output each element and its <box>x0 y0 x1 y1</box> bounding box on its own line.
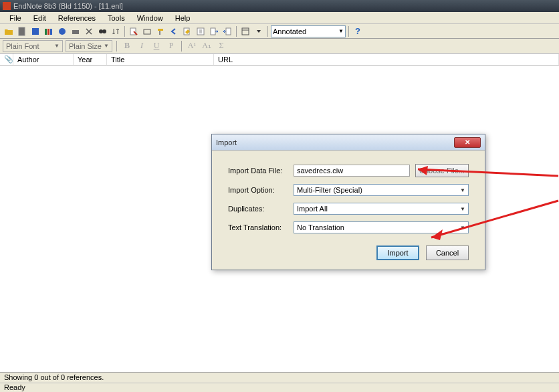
svg-rect-9 <box>130 28 136 35</box>
import-button[interactable]: Import <box>376 246 419 260</box>
help-icon[interactable]: ? <box>352 25 364 37</box>
window-title: EndNote 8b3 (Bld 1150) - [11.enl] <box>13 2 123 10</box>
column-headers: 📎 Author Year Title URL <box>0 54 559 66</box>
superscript-button[interactable]: A¹ <box>186 40 198 52</box>
col-attachment[interactable]: 📎 <box>0 54 13 65</box>
col-year[interactable]: Year <box>74 54 107 65</box>
import-dialog: Import ✕ Import Data File: savedrecs.ciw… <box>211 134 485 270</box>
svg-rect-13 <box>211 28 215 35</box>
italic-button[interactable]: I <box>136 40 148 52</box>
dialog-titlebar[interactable]: Import ✕ <box>212 134 485 151</box>
goto-icon[interactable] <box>128 25 140 37</box>
binoculars-icon[interactable] <box>96 25 108 37</box>
import-option-label: Import Option: <box>228 186 294 194</box>
font-combo-value: Plain Font <box>6 42 39 50</box>
datafile-label: Import Data File: <box>228 167 294 175</box>
datafile-input[interactable]: savedrecs.ciw <box>294 165 410 177</box>
globe-icon[interactable] <box>56 25 68 37</box>
translation-label: Text Translation: <box>228 223 294 231</box>
cut-icon[interactable] <box>83 25 95 37</box>
svg-point-8 <box>102 29 106 33</box>
window-dropdown-icon[interactable] <box>253 25 265 37</box>
back-icon[interactable] <box>168 25 180 37</box>
translation-value: No Translation <box>297 223 344 231</box>
svg-rect-14 <box>226 28 231 35</box>
sort-icon[interactable] <box>110 25 122 37</box>
style-combo[interactable]: Annotated ▼ <box>271 25 346 37</box>
menu-references[interactable]: References <box>53 13 101 23</box>
plain-button[interactable]: P <box>165 40 177 52</box>
style-combo-value: Annotated <box>273 27 306 35</box>
status-ready: Ready <box>0 383 559 392</box>
open-folder-icon[interactable] <box>3 25 15 37</box>
format-icon[interactable] <box>154 25 166 37</box>
new-file-icon[interactable] <box>16 25 28 37</box>
datafile-value: savedrecs.ciw <box>297 167 343 175</box>
underline-button[interactable]: U <box>150 40 162 52</box>
duplicates-label: Duplicates: <box>228 205 294 213</box>
col-author[interactable]: Author <box>13 54 74 65</box>
col-url[interactable]: URL <box>214 54 559 65</box>
format-bar: Plain Font ▼ Plain Size ▼ B I U P A¹ A₁ … <box>0 39 559 54</box>
svg-rect-10 <box>144 29 150 34</box>
menu-help[interactable]: Help <box>170 13 196 23</box>
size-combo-value: Plain Size <box>69 42 102 50</box>
library-icon[interactable] <box>43 25 55 37</box>
import-icon[interactable] <box>221 25 233 37</box>
choose-file-button[interactable]: Choose File... <box>415 164 469 177</box>
import-option-value: Multi-Filter (Special) <box>297 186 362 194</box>
svg-rect-15 <box>242 28 249 35</box>
dialog-title: Import <box>216 138 237 146</box>
window-mode-icon[interactable] <box>239 25 251 37</box>
bold-button[interactable]: B <box>121 40 133 52</box>
svg-rect-4 <box>50 29 52 35</box>
insert-note-icon[interactable] <box>195 25 207 37</box>
new-book-icon[interactable] <box>29 25 41 37</box>
svg-rect-2 <box>45 29 47 35</box>
subscript-button[interactable]: A₁ <box>201 40 213 52</box>
col-title[interactable]: Title <box>107 54 214 65</box>
duplicates-select[interactable]: Import All ▼ <box>294 203 469 215</box>
svg-rect-3 <box>47 29 49 35</box>
toolbar: Annotated ▼ ? <box>0 24 559 39</box>
symbol-button[interactable]: Σ <box>215 40 227 52</box>
svg-rect-6 <box>72 30 79 34</box>
svg-rect-1 <box>32 28 39 35</box>
edit-cite-icon[interactable] <box>181 25 193 37</box>
svg-rect-0 <box>19 27 25 35</box>
titlebar: EndNote 8b3 (Bld 1150) - [11.enl] <box>0 0 559 12</box>
close-icon[interactable]: ✕ <box>454 137 481 148</box>
menubar: File Edit References Tools Window Help <box>0 12 559 24</box>
menu-tools[interactable]: Tools <box>102 13 130 23</box>
translation-select[interactable]: No Translation ▼ <box>294 221 469 233</box>
font-combo[interactable]: Plain Font ▼ <box>3 40 63 52</box>
cancel-button[interactable]: Cancel <box>426 246 469 260</box>
svg-point-5 <box>59 28 66 35</box>
status-count: Showing 0 out of 0 references. <box>0 372 559 383</box>
duplicates-value: Import All <box>297 205 328 213</box>
menu-file[interactable]: File <box>4 13 27 23</box>
import-option-select[interactable]: Multi-Filter (Special) ▼ <box>294 184 469 196</box>
menu-edit[interactable]: Edit <box>28 13 51 23</box>
menu-window[interactable]: Window <box>132 13 169 23</box>
app-icon <box>3 2 11 10</box>
print-icon[interactable] <box>70 25 82 37</box>
size-combo[interactable]: Plain Size ▼ <box>66 40 112 52</box>
insert-box-icon[interactable] <box>141 25 153 37</box>
export-icon[interactable] <box>208 25 220 37</box>
